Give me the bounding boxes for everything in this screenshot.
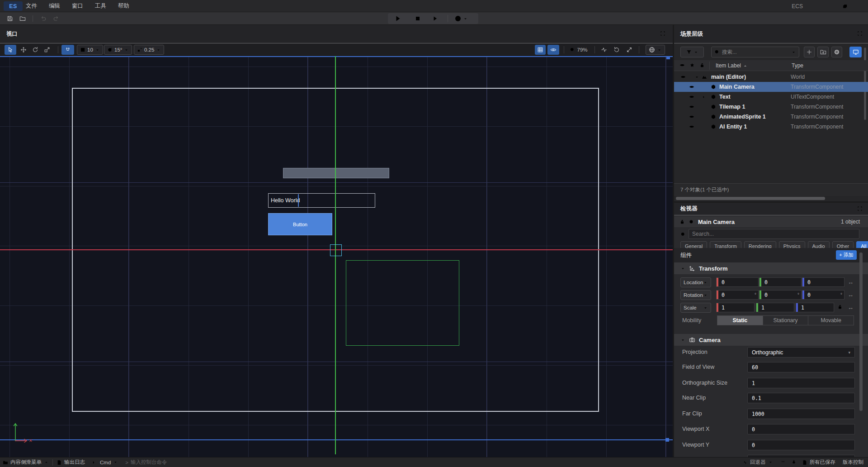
move-tool-button[interactable] [18,45,29,55]
lock-icon[interactable] [679,219,685,224]
visibility-eye-icon[interactable] [689,92,694,102]
filter-dropdown[interactable] [680,47,704,57]
rotation-y-field[interactable]: 0° [759,290,802,300]
menu-help[interactable]: 帮助 [117,2,130,10]
step-button[interactable] [432,15,439,22]
location-z-field[interactable]: 0 [802,277,844,287]
hierarchy-row-tilemap[interactable]: Tilemap 1 TransformComponent [674,102,868,112]
visibility-column-icon[interactable] [679,60,685,70]
add-component-button[interactable]: + 添加 [836,250,857,260]
lock-column-icon[interactable] [699,60,705,70]
mobility-movable[interactable]: Movable [808,316,854,325]
expand-chevron-icon[interactable] [694,72,699,82]
rotation-x-field[interactable]: 0° [716,290,759,300]
reset-view-button[interactable] [612,45,622,55]
minimize-button[interactable] [822,0,837,12]
output-log-button[interactable]: 输出日志 [57,459,85,466]
visibility-eye-icon[interactable] [689,122,694,132]
console-input[interactable]: > 输入控制台命令 [125,459,167,466]
mobility-static[interactable]: Static [717,316,763,325]
hierarchy-row-text[interactable]: Text UITextComponent [674,92,868,102]
fit-view-button[interactable] [624,45,634,55]
maximize-button[interactable] [837,0,853,12]
scale-z-field[interactable]: 1 [796,303,834,312]
scale-y-field[interactable]: 1 [756,303,794,312]
fallback-dropdown[interactable]: 回退器 [742,459,773,466]
network-mode-dropdown[interactable] [454,15,468,22]
gear-icon[interactable] [689,219,694,224]
rotate-tool-button[interactable] [30,45,41,55]
near-clip-input[interactable]: 0.1 [747,393,855,403]
field-of-view-input[interactable]: 60 [747,362,855,372]
app-logo[interactable]: ES [4,1,23,11]
redo-button[interactable] [52,14,61,23]
favorite-column-icon[interactable] [689,60,695,70]
hierarchy-hscrollbar[interactable] [676,197,825,200]
play-button[interactable] [394,15,401,22]
scale-x-field[interactable]: 1 [716,303,755,312]
microphone-icon[interactable] [791,460,797,465]
guide-handle-top[interactable] [666,56,670,59]
guide-line-top[interactable] [0,56,673,57]
version-control-button[interactable]: 版本控制 [843,459,863,466]
inspector-search-input[interactable] [689,229,859,239]
world-dropdown[interactable] [646,45,665,55]
hierarchy-search[interactable] [711,47,799,57]
inspector-fullscreen-icon[interactable] [857,206,863,213]
network-status-icon[interactable] [780,460,786,465]
visibility-button[interactable] [547,45,559,55]
cmd-dropdown[interactable]: Cmd [92,460,118,465]
orthographic-size-input[interactable]: 1 [747,378,855,388]
menu-window[interactable]: 窗口 [71,2,84,10]
location-y-field[interactable]: 0 [759,277,802,287]
item-label-column[interactable]: Item Label [716,60,748,71]
type-column[interactable]: Type [792,60,803,71]
location-x-field[interactable]: 0 [716,277,759,287]
stop-button[interactable] [414,15,421,22]
scale-dropdown[interactable]: Scale [680,303,711,313]
save-button[interactable] [5,14,14,23]
grid-snap-dropdown[interactable]: 10 [77,45,103,55]
guide-line-bottom[interactable] [0,439,673,440]
hierarchy-fullscreen-icon[interactable] [857,31,863,38]
rotation-dropdown[interactable]: Rotation [680,290,711,300]
stats-button[interactable] [599,45,609,55]
open-folder-button[interactable] [18,14,27,23]
hierarchy-settings-button[interactable] [831,47,842,57]
camera-section-header[interactable]: Camera [674,334,868,346]
location-dropdown[interactable]: Location [680,277,711,287]
add-entity-button[interactable] [804,47,815,57]
grid-visibility-button[interactable] [535,45,546,55]
undo-button[interactable] [39,14,48,23]
viewport-y-input[interactable]: 0 [747,440,855,450]
button-element[interactable]: Button [268,213,332,235]
hierarchy-row-animatedsprite[interactable]: AnimatedSprite 1 TransformComponent [674,112,868,122]
link-axes-icon[interactable]: ↔ [848,291,854,298]
hierarchy-row-ai-entity[interactable]: AI Entity 1 TransformComponent [674,122,868,132]
transform-section-header[interactable]: Transform [674,262,868,274]
viewport-x-input[interactable]: 0 [747,424,855,434]
projection-dropdown[interactable]: Orthographic ▾ [747,347,855,357]
menu-edit[interactable]: 编辑 [48,2,61,10]
guide-handle-bottom[interactable] [665,438,669,442]
snap-toggle-button[interactable] [61,45,74,55]
menu-tools[interactable]: 工具 [94,2,107,10]
hierarchy-row-main-camera[interactable]: Main Camera TransformComponent [674,82,868,92]
scene-canvas[interactable]: Hello World Button [0,56,673,457]
menu-file[interactable]: 文件 [25,2,38,10]
link-axes-icon[interactable]: ↔ [848,279,854,286]
close-button[interactable] [853,0,868,12]
hierarchy-row-main[interactable]: main (Editor) World [674,72,868,82]
scale-snap-dropdown[interactable]: 0.25 [134,45,164,55]
scale-tool-button[interactable] [42,45,52,55]
visibility-eye-icon[interactable] [689,102,694,112]
visibility-eye-icon[interactable] [689,112,694,122]
rotation-z-field[interactable]: 0° [802,290,844,300]
visibility-eye-icon[interactable] [680,72,686,82]
viewport-fullscreen-icon[interactable] [660,31,665,38]
zoom-level-control[interactable]: 79% [567,45,590,55]
mobility-stationary[interactable]: Stationary [763,316,809,325]
text-element[interactable]: Hello World [268,193,375,208]
link-axes-icon[interactable]: ↔ [848,304,854,311]
inspector-vscrollbar[interactable] [859,253,863,411]
